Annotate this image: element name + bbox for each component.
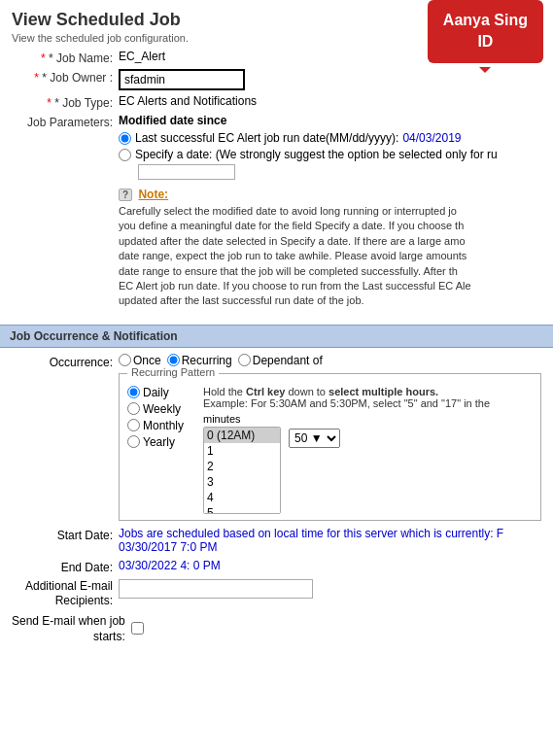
hours-list-label: minutes <box>203 413 281 425</box>
weekly-label: Weekly <box>143 402 181 416</box>
recurring-option[interactable]: Recurring <box>167 354 232 367</box>
job-params-row: Job Parameters: Modified date since Last… <box>12 114 541 313</box>
start-date-value: Jobs are scheduled based on local time f… <box>119 527 503 554</box>
recipients-row: Additional E-mailRecipients: <box>12 579 541 609</box>
pattern-right: Hold the Ctrl key down to select multipl… <box>203 386 533 514</box>
job-type-label: * * Job Type: <box>12 94 119 110</box>
job-params-content: Modified date since Last successful EC A… <box>119 114 541 313</box>
dependant-option[interactable]: Dependant of <box>238 354 323 367</box>
yearly-option[interactable]: Yearly <box>127 435 195 449</box>
occurrence-content: Once Recurring Dependant of Recurring Pa… <box>119 354 541 521</box>
note-text: Carefully select the modified date to av… <box>119 204 541 309</box>
once-option[interactable]: Once <box>119 354 161 367</box>
params-section-title: Modified date since <box>119 114 541 127</box>
minutes-container: 50 ▼ <box>289 429 340 448</box>
yearly-label: Yearly <box>143 435 175 449</box>
note-section: ? Note: Carefully select the modified da… <box>119 188 541 309</box>
send-email-checkbox-wrapper <box>131 622 144 637</box>
weekly-option[interactable]: Weekly <box>127 402 195 416</box>
daily-option[interactable]: Daily <box>127 386 195 399</box>
job-name-label: * * Job Name: <box>12 50 119 65</box>
recurring-inner: Daily Weekly Monthly Yearly <box>127 386 533 514</box>
monthly-option[interactable]: Monthly <box>127 419 195 432</box>
once-radio[interactable] <box>119 354 131 366</box>
occurrence-label: Occurrence: <box>12 354 119 369</box>
hour-option-4[interactable]: 4 <box>204 490 280 505</box>
last-run-radio-row: Last successful EC Alert job run date(MM… <box>119 131 541 145</box>
pattern-radios: Daily Weekly Monthly Yearly <box>127 386 195 449</box>
start-date-label: Start Date: <box>12 527 119 542</box>
job-params-label: Job Parameters: <box>12 114 119 129</box>
monthly-radio[interactable] <box>127 419 140 431</box>
recipients-input-wrapper <box>119 579 313 599</box>
send-email-row: Send E-mail when jobstarts: <box>12 614 541 644</box>
specify-label: Specify a date: (We strongly suggest the… <box>135 148 498 161</box>
hour-option-3[interactable]: 3 <box>204 474 280 490</box>
job-owner-label: * * Job Owner : <box>12 69 119 85</box>
hours-minutes-row: minutes 0 (12AM) 1 2 3 4 5 <box>203 413 533 514</box>
recurring-label: Recurring <box>182 354 232 367</box>
weekly-radio[interactable] <box>127 402 140 415</box>
occurrence-section: Occurrence: Once Recurring Dependant of … <box>0 348 553 655</box>
hours-list-container: minutes 0 (12AM) 1 2 3 4 5 <box>203 413 281 514</box>
job-name-row: * * Job Name: EC_Alert <box>12 50 541 65</box>
hour-option-1[interactable]: 1 <box>204 443 280 459</box>
hours-listbox[interactable]: 0 (12AM) 1 2 3 4 5 <box>203 427 281 514</box>
last-run-radio[interactable] <box>119 132 131 145</box>
yearly-radio[interactable] <box>127 435 140 448</box>
specify-date-input[interactable] <box>138 164 235 180</box>
recurring-radio[interactable] <box>167 354 180 366</box>
dependant-radio[interactable] <box>238 354 251 366</box>
once-label: Once <box>133 354 161 367</box>
hour-option-0[interactable]: 0 (12AM) <box>204 428 280 443</box>
job-owner-row: * * Job Owner : <box>12 69 541 90</box>
end-date-value: 03/30/2022 4: 0 PM <box>119 559 221 572</box>
send-email-label: Send E-mail when jobstarts: <box>12 614 131 644</box>
specify-date-radio[interactable] <box>119 149 131 161</box>
monthly-label: Monthly <box>143 419 184 432</box>
end-date-row: End Date: 03/30/2022 4: 0 PM <box>12 559 541 574</box>
recurring-pattern-box: Recurring Pattern Daily Weekly <box>119 373 541 521</box>
note-icon: ? <box>119 189 132 201</box>
specify-date-radio-row: Specify a date: (We strongly suggest the… <box>119 148 541 161</box>
daily-radio[interactable] <box>127 386 140 398</box>
last-run-label: Last successful EC Alert job run date(MM… <box>135 131 398 145</box>
job-owner-input[interactable] <box>119 69 245 90</box>
daily-label: Daily <box>143 386 169 399</box>
recipients-input[interactable] <box>119 579 313 599</box>
send-email-checkbox[interactable] <box>131 622 144 635</box>
dependant-label: Dependant of <box>253 354 323 367</box>
recipients-label: Additional E-mailRecipients: <box>12 579 119 609</box>
last-run-value: 04/03/2019 <box>402 131 461 145</box>
section-header: Job Occurrence & Notification <box>0 325 553 348</box>
ctrl-hint: Hold the Ctrl key down to select multipl… <box>203 386 533 409</box>
job-name-value: EC_Alert <box>119 50 541 63</box>
page-header: View Scheduled Job View the scheduled jo… <box>0 0 553 48</box>
end-date-label: End Date: <box>12 559 119 574</box>
minutes-select[interactable]: 50 ▼ <box>289 429 340 448</box>
occurrence-radios: Once Recurring Dependant of <box>119 354 541 367</box>
start-date-row: Start Date: Jobs are scheduled based on … <box>12 527 541 554</box>
recurring-legend: Recurring Pattern <box>127 366 219 378</box>
form-section: * * Job Name: EC_Alert * * Job Owner : *… <box>0 48 553 319</box>
job-type-row: * * Job Type: EC Alerts and Notification… <box>12 94 541 110</box>
job-owner-input-wrapper <box>119 69 541 90</box>
job-type-value: EC Alerts and Notifications <box>119 94 541 108</box>
note-title: Note: <box>138 188 168 201</box>
hour-option-2[interactable]: 2 <box>204 459 280 474</box>
occurrence-row: Occurrence: Once Recurring Dependant of … <box>12 354 541 521</box>
required-star3: * <box>47 96 54 110</box>
hour-option-5[interactable]: 5 <box>204 505 280 514</box>
required-star: * <box>41 52 49 65</box>
